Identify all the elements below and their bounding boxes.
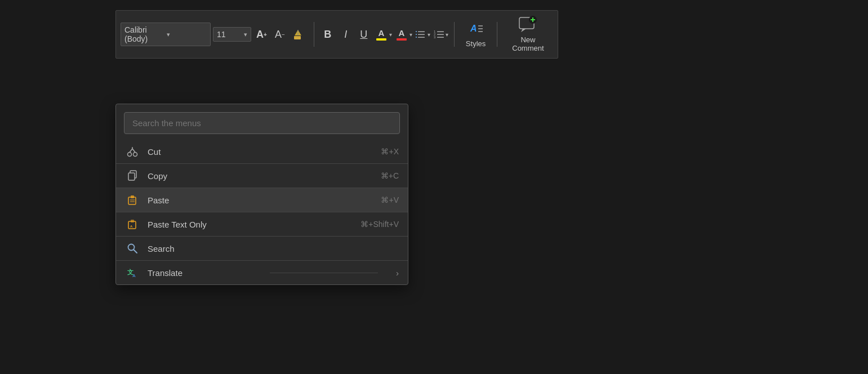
font-color-bar bbox=[397, 38, 407, 41]
svg-rect-5 bbox=[416, 37, 417, 38]
paste-text-only-shortcut: ⌘+Shift+V bbox=[360, 220, 399, 229]
paste-icon bbox=[127, 194, 138, 206]
translate-submenu-arrow: › bbox=[396, 268, 399, 278]
paste-text-only-label: Paste Text Only bbox=[148, 220, 353, 229]
search-box[interactable] bbox=[124, 112, 400, 134]
styles-button[interactable]: A Styles bbox=[460, 19, 491, 50]
font-size-selector[interactable]: 11 ▾ bbox=[213, 27, 251, 42]
search-label: Search bbox=[148, 244, 391, 253]
svg-rect-0 bbox=[294, 36, 301, 39]
font-grow-button[interactable]: A+ bbox=[253, 25, 270, 43]
svg-rect-4 bbox=[416, 34, 417, 35]
font-color-dropdown-arrow[interactable]: ▾ bbox=[409, 32, 412, 38]
svg-line-39 bbox=[134, 250, 137, 253]
toolbar-divider-1 bbox=[314, 22, 314, 47]
svg-line-26 bbox=[130, 149, 132, 153]
cut-label: Cut bbox=[148, 147, 373, 157]
highlight-dropdown-arrow[interactable]: ▾ bbox=[389, 32, 392, 38]
svg-rect-30 bbox=[128, 173, 135, 180]
new-comment-button[interactable]: NewComment bbox=[503, 14, 553, 55]
svg-text:3: 3 bbox=[434, 35, 436, 39]
highlight-letter: A bbox=[378, 28, 384, 38]
bullet-list-dropdown-arrow[interactable]: ▾ bbox=[428, 32, 430, 38]
menu-item-translate[interactable]: 文 A Translate › bbox=[116, 261, 408, 284]
context-menu: Cut ⌘+X Copy ⌘+C Paste ⌘+V bbox=[115, 104, 408, 285]
svg-line-27 bbox=[132, 149, 135, 153]
font-color-button[interactable]: A ▾ bbox=[394, 27, 412, 42]
bullet-list-icon bbox=[415, 28, 427, 41]
font-color-letter: A bbox=[398, 28, 404, 38]
translate-icon: 文 A bbox=[127, 267, 138, 278]
numbered-list-button[interactable]: 1 2 3 ▾ bbox=[433, 28, 448, 41]
svg-rect-8 bbox=[418, 37, 425, 38]
copy-icon bbox=[127, 170, 138, 181]
paste-shortcut: ⌘+V bbox=[381, 195, 399, 204]
font-name-selector[interactable]: Calibri (Body) ▾ bbox=[121, 23, 211, 46]
new-comment-icon bbox=[518, 16, 537, 33]
font-size-dropdown-arrow: ▾ bbox=[244, 31, 247, 38]
cut-shortcut: ⌘+X bbox=[381, 147, 399, 156]
svg-text:A: A bbox=[470, 24, 477, 33]
bold-button[interactable]: B bbox=[320, 25, 336, 43]
clear-formatting-button[interactable] bbox=[290, 25, 308, 43]
copy-icon-area bbox=[125, 170, 140, 181]
styles-label: Styles bbox=[466, 39, 486, 48]
font-shrink-button[interactable]: A− bbox=[272, 25, 288, 43]
svg-point-24 bbox=[128, 153, 132, 157]
menu-item-copy[interactable]: Copy ⌘+C bbox=[116, 164, 408, 188]
search-icon-area bbox=[125, 243, 140, 254]
translate-divider-line bbox=[270, 273, 379, 273]
menu-item-paste-text-only[interactable]: A Paste Text Only ⌘+Shift+V bbox=[116, 212, 408, 236]
toolbar: Calibri (Body) ▾ 11 ▾ A+ A− B I U A ▾ A bbox=[115, 10, 558, 59]
translate-icon-area: 文 A bbox=[125, 267, 140, 278]
svg-point-25 bbox=[133, 153, 137, 157]
svg-rect-12 bbox=[437, 32, 444, 33]
svg-rect-36 bbox=[131, 220, 134, 222]
numbered-list-icon: 1 2 3 bbox=[433, 28, 445, 41]
paint-bucket-icon bbox=[293, 28, 305, 41]
svg-rect-3 bbox=[416, 31, 417, 32]
paste-text-only-icon-area: A bbox=[125, 219, 140, 230]
cut-icon-area bbox=[125, 146, 140, 157]
new-comment-label: NewComment bbox=[512, 35, 544, 52]
font-name-dropdown-arrow: ▾ bbox=[167, 31, 207, 38]
translate-label: Translate bbox=[148, 268, 256, 278]
bullet-list-button[interactable]: ▾ bbox=[415, 28, 430, 41]
svg-rect-14 bbox=[437, 37, 444, 38]
highlight-button[interactable]: A ▾ bbox=[374, 27, 392, 42]
font-name-label: Calibri (Body) bbox=[124, 25, 164, 43]
copy-shortcut: ⌘+C bbox=[381, 171, 399, 180]
svg-rect-6 bbox=[418, 32, 425, 33]
paste-label: Paste bbox=[148, 195, 373, 205]
numbered-list-dropdown-arrow[interactable]: ▾ bbox=[446, 32, 448, 38]
copy-label: Copy bbox=[148, 171, 373, 181]
highlight-color-bar bbox=[376, 38, 386, 41]
svg-rect-13 bbox=[437, 34, 444, 35]
paste-text-only-icon: A bbox=[127, 219, 138, 230]
svg-marker-20 bbox=[521, 29, 526, 32]
svg-text:A: A bbox=[130, 225, 133, 228]
svg-text:A: A bbox=[132, 273, 136, 278]
svg-rect-32 bbox=[131, 195, 134, 198]
menu-item-cut[interactable]: Cut ⌘+X bbox=[116, 140, 408, 163]
menu-item-paste[interactable]: Paste ⌘+V bbox=[116, 188, 408, 212]
paste-icon-area bbox=[125, 194, 140, 206]
search-icon bbox=[127, 243, 138, 254]
scissors-icon bbox=[127, 146, 138, 157]
search-box-wrapper bbox=[116, 104, 408, 140]
styles-icon: A bbox=[468, 21, 484, 37]
svg-rect-7 bbox=[418, 34, 425, 35]
toolbar-divider-2 bbox=[454, 22, 455, 47]
menu-item-search[interactable]: Search bbox=[116, 237, 408, 260]
italic-button[interactable]: I bbox=[338, 25, 354, 43]
search-input[interactable] bbox=[132, 118, 391, 128]
underline-button[interactable]: U bbox=[356, 25, 372, 43]
font-size-label: 11 bbox=[217, 30, 226, 39]
toolbar-divider-3 bbox=[497, 22, 497, 47]
